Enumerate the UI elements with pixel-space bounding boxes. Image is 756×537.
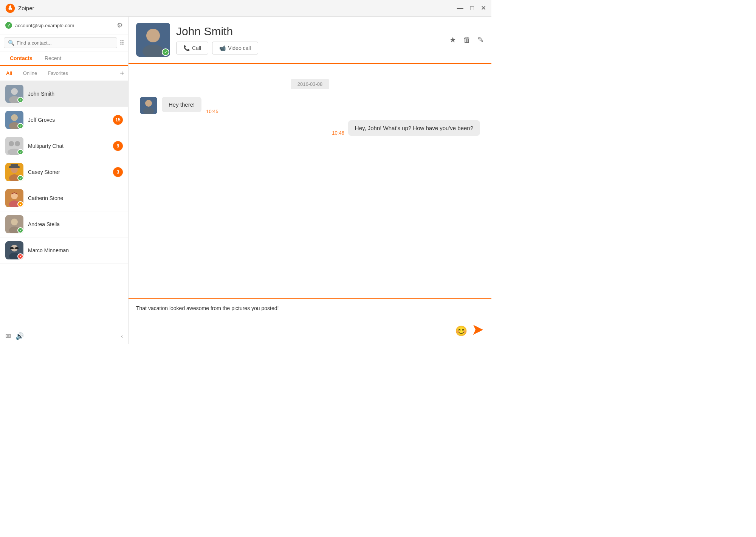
svg-point-32: [145, 100, 152, 107]
volume-icon[interactable]: 🔊: [15, 332, 24, 340]
delete-icon[interactable]: 🗑: [463, 36, 471, 44]
svg-point-5: [11, 114, 18, 121]
contact-status-offline: [17, 253, 23, 259]
header-tools: ★ 🗑 ✎: [449, 35, 484, 44]
contact-list: John Smith Jeff Groves 15: [0, 81, 128, 328]
contact-name: Marco Minneman: [28, 247, 123, 253]
chat-input-area: That vacation looked awesome from the pi…: [129, 298, 491, 344]
svg-point-29: [146, 29, 160, 42]
contact-header-actions: 📞 Call 📹 Video call: [176, 42, 443, 54]
svg-point-20: [11, 219, 18, 225]
filter-favorites[interactable]: Favorites: [45, 69, 70, 78]
svg-marker-35: [473, 330, 483, 335]
unread-badge: 15: [113, 115, 123, 125]
favorite-icon[interactable]: ★: [449, 35, 456, 44]
chat-panel: John Smith 📞 Call 📹 Video call ★ 🗑 ✎: [129, 17, 491, 344]
search-input[interactable]: [17, 40, 113, 46]
avatar-wrap: [5, 163, 23, 181]
outgoing-bubble: Hey, John! What's up? How have you've be…: [348, 120, 480, 136]
svg-rect-25: [10, 247, 14, 249]
contact-item-andrea-stella[interactable]: Andrea Stella: [0, 211, 128, 237]
contact-online-indicator: [162, 48, 169, 56]
sidebar-bottom: ✉ 🔊 ‹: [0, 328, 128, 344]
contact-name: Casey Stoner: [28, 169, 108, 175]
contact-status-busy: [17, 201, 23, 207]
titlebar-left: Zoiper: [5, 3, 34, 13]
svg-point-8: [9, 141, 14, 146]
search-input-wrap[interactable]: 🔍: [4, 37, 117, 48]
app-logo: [5, 3, 15, 13]
contact-status-online: [17, 149, 23, 155]
outgoing-time: 10:46: [332, 130, 344, 136]
avatar-wrap: [5, 137, 23, 155]
mail-icon[interactable]: ✉: [5, 332, 11, 340]
phone-icon: 📞: [183, 45, 190, 51]
contact-header-name: John Smith: [176, 25, 443, 38]
contact-item-multiparty[interactable]: Multiparty Chat 9: [0, 133, 128, 159]
message-row-outgoing: 10:46 Hey, John! What's up? How have you…: [140, 120, 480, 136]
msg-time: 10:45: [206, 109, 218, 114]
contact-status-online: [17, 97, 23, 103]
contact-header-info: John Smith 📞 Call 📹 Video call: [176, 25, 443, 54]
minimize-button[interactable]: —: [457, 5, 463, 11]
close-button[interactable]: ✕: [481, 5, 486, 11]
contact-item-marco-minneman[interactable]: Marco Minneman: [0, 237, 128, 264]
account-status-icon: [5, 22, 12, 29]
avatar-wrap: [5, 241, 23, 259]
contact-status-online: [17, 123, 23, 129]
contact-item-casey-stoner[interactable]: Casey Stoner 3: [0, 159, 128, 185]
filter-row: All Online Favorites +: [0, 66, 128, 81]
message-row-incoming: Hey there! 10:45: [140, 97, 480, 114]
contact-item-jeff-groves[interactable]: Jeff Groves 15: [0, 107, 128, 133]
tab-recent[interactable]: Recent: [39, 51, 67, 65]
chat-input-bottom: 😊: [136, 324, 484, 338]
avatar-wrap: [5, 215, 23, 233]
video-icon: 📹: [219, 45, 226, 51]
avatar-wrap: [5, 111, 23, 129]
filter-all[interactable]: All: [4, 69, 15, 78]
svg-point-9: [15, 141, 20, 146]
call-button[interactable]: 📞 Call: [176, 42, 208, 54]
contact-item-catherin-stone[interactable]: Catherin Stone: [0, 185, 128, 211]
chat-input-field[interactable]: That vacation looked awesome from the pi…: [136, 305, 484, 320]
contact-status-online: [17, 175, 23, 181]
outgoing-bubble-wrap: 10:46 Hey, John! What's up? How have you…: [332, 120, 480, 136]
search-icon: 🔍: [8, 40, 14, 46]
msg-avatar: [140, 97, 157, 114]
avatar-wrap: [5, 189, 23, 207]
search-bar: 🔍 ⠿: [0, 34, 128, 51]
emoji-button[interactable]: 😊: [455, 325, 467, 337]
contact-name: Jeff Groves: [28, 117, 108, 123]
contact-item-john-smith[interactable]: John Smith: [0, 81, 128, 107]
send-button[interactable]: [472, 324, 484, 338]
date-divider: 2016-03-08: [140, 79, 480, 89]
account-bar: account@sip.example.com ⚙: [0, 17, 128, 34]
add-contact-button[interactable]: +: [120, 70, 124, 77]
account-info: account@sip.example.com: [5, 22, 74, 29]
date-label: 2016-03-08: [291, 79, 330, 89]
filter-online[interactable]: Online: [21, 69, 40, 78]
tabs-row: Contacts Recent: [0, 51, 128, 66]
bottom-icons: ✉ 🔊: [5, 332, 24, 340]
svg-rect-15: [11, 164, 18, 168]
edit-icon[interactable]: ✎: [477, 35, 484, 44]
contact-name: John Smith: [28, 91, 123, 97]
contact-name: Multiparty Chat: [28, 143, 108, 149]
titlebar-controls: — □ ✕: [457, 5, 486, 11]
account-email: account@sip.example.com: [15, 23, 74, 28]
sidebar: account@sip.example.com ⚙ 🔍 ⠿ Contacts R…: [0, 17, 129, 344]
titlebar: Zoiper — □ ✕: [0, 0, 491, 17]
grid-icon[interactable]: ⠿: [119, 39, 124, 47]
video-call-button[interactable]: 📹 Video call: [212, 42, 258, 54]
avatar-wrap: [5, 85, 23, 103]
maximize-button[interactable]: □: [470, 5, 474, 11]
chat-messages: 2016-03-08 Hey there! 10:45: [129, 64, 491, 298]
contact-status-online: [17, 227, 23, 233]
app-body: account@sip.example.com ⚙ 🔍 ⠿ Contacts R…: [0, 17, 491, 344]
tab-contacts[interactable]: Contacts: [4, 51, 39, 65]
contact-header: John Smith 📞 Call 📹 Video call ★ 🗑 ✎: [129, 17, 491, 64]
settings-icon[interactable]: ⚙: [117, 21, 123, 29]
app-title: Zoiper: [18, 5, 34, 11]
collapse-button[interactable]: ‹: [121, 333, 123, 340]
svg-rect-26: [15, 247, 19, 249]
